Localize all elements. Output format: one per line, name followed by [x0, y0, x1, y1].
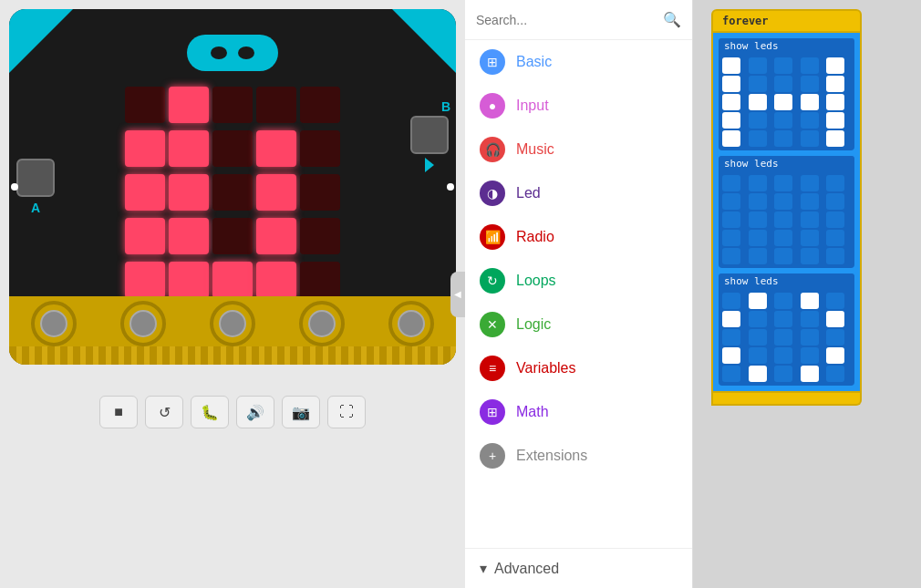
sidebar-item-variables[interactable]: ≡Variables: [465, 346, 692, 390]
mini-cell: [722, 112, 740, 129]
mini-grid-3: [722, 293, 851, 382]
led-block-2: [719, 171, 854, 268]
button-b[interactable]: B: [410, 116, 449, 172]
hw-btn-a[interactable]: [16, 159, 55, 197]
sidebar-item-radio[interactable]: 📶Radio: [465, 215, 692, 259]
sidebar-item-label-music: Music: [516, 141, 554, 158]
mini-cell: [826, 230, 844, 246]
mini-cell: [722, 76, 740, 92]
restart-button[interactable]: ↺: [145, 396, 183, 428]
mini-cell: [722, 293, 740, 309]
microbit-face: [187, 35, 278, 71]
mini-cell: [774, 311, 792, 327]
mini-cell: [749, 366, 767, 382]
hw-btn-b[interactable]: [410, 116, 449, 154]
led-block-3: [719, 289, 854, 386]
mini-cell: [749, 329, 767, 346]
mini-cell: [722, 329, 740, 346]
sidebar-item-math[interactable]: ⊞Math: [465, 390, 692, 434]
mini-cell: [801, 112, 819, 129]
led-cell: [300, 174, 340, 211]
led-cell: [169, 87, 209, 123]
mini-cell: [774, 293, 792, 309]
mini-cell: [826, 57, 844, 74]
mini-cell: [774, 112, 792, 129]
audio-button[interactable]: 🔊: [236, 396, 274, 428]
mini-cell: [801, 347, 819, 364]
sidebar-item-extensions[interactable]: +Extensions: [465, 434, 692, 478]
mini-cell: [774, 76, 792, 92]
mini-cell: [801, 193, 819, 210]
show-leds-block-3[interactable]: show leds: [719, 273, 854, 386]
logic-icon: ✕: [480, 312, 505, 337]
eye-left: [211, 46, 227, 59]
led-cell: [212, 87, 253, 123]
mini-cell: [722, 130, 740, 147]
mini-cell: [826, 311, 844, 327]
sidebar-item-label-led: Led: [516, 185, 541, 201]
mini-cell: [722, 347, 740, 364]
led-cell: [125, 174, 165, 211]
sidebar-item-basic[interactable]: ⊞Basic: [465, 40, 692, 84]
mini-grid-1: [722, 57, 851, 147]
debug-button[interactable]: 🐛: [191, 396, 229, 428]
sidebar-item-logic[interactable]: ✕Logic: [465, 303, 692, 346]
mini-cell: [801, 130, 819, 147]
led-cell: [212, 218, 253, 254]
mini-cell: [774, 94, 792, 110]
pin-inner: [219, 310, 246, 337]
show-leds-block-2[interactable]: show leds: [719, 156, 854, 268]
blocks-panel: forever show leds show leds: [693, 0, 921, 588]
mini-cell: [722, 175, 740, 191]
mini-cell: [801, 94, 819, 110]
led-cell: [169, 130, 209, 167]
simulator-panel: B A 0123VGND ■ ↺ 🐛 🔊 📷 ⛶: [0, 0, 465, 588]
mini-cell: [801, 311, 819, 327]
sidebar-item-loops[interactable]: ↻Loops: [465, 259, 692, 303]
forever-label: forever: [711, 9, 862, 33]
show-leds-block-1[interactable]: show leds: [719, 38, 854, 150]
mini-cell: [774, 248, 792, 264]
pin-inner: [398, 310, 425, 337]
show-leds-label-2: show leds: [719, 156, 854, 171]
mini-cell: [774, 130, 792, 147]
sidebar-item-input[interactable]: ●Input: [465, 84, 692, 128]
led-block-1: [719, 54, 854, 150]
pin-notches: [9, 346, 456, 365]
expand-button[interactable]: ⛶: [327, 396, 366, 428]
mini-cell: [826, 175, 844, 191]
variables-icon: ≡: [480, 356, 505, 381]
mini-cell: [801, 248, 819, 264]
mini-cell: [774, 347, 792, 364]
mini-cell: [722, 94, 740, 110]
show-leds-label-3: show leds: [719, 273, 854, 289]
led-cell: [125, 130, 165, 167]
forever-block[interactable]: forever show leds show leds: [711, 9, 862, 406]
search-input[interactable]: [476, 13, 656, 27]
search-icon: 🔍: [663, 11, 681, 28]
mini-cell: [749, 230, 767, 246]
mini-cell: [826, 112, 844, 129]
mini-cell: [801, 230, 819, 246]
led-cell: [256, 87, 296, 123]
mini-cell: [749, 175, 767, 191]
led-cell: [212, 174, 253, 211]
led-cell: [212, 262, 253, 298]
stop-button[interactable]: ■: [99, 396, 138, 428]
advanced-section[interactable]: ▾ Advanced: [465, 548, 692, 588]
led-cell: [300, 87, 340, 123]
mini-cell: [774, 193, 792, 210]
forever-footer: [711, 393, 862, 406]
collapse-handle[interactable]: ◀: [450, 272, 465, 317]
mini-cell: [826, 347, 844, 364]
screenshot-button[interactable]: 📷: [282, 396, 320, 428]
mini-cell: [774, 230, 792, 246]
music-icon: 🎧: [480, 137, 505, 162]
pin-inner: [40, 310, 67, 337]
sidebar-item-music[interactable]: 🎧Music: [465, 128, 692, 171]
mini-cell: [826, 76, 844, 92]
mini-cell: [826, 329, 844, 346]
category-list: ⊞Basic●Input🎧Music◑Led📶Radio↻Loops✕Logic…: [465, 40, 692, 548]
button-a[interactable]: A: [16, 159, 55, 215]
sidebar-item-led[interactable]: ◑Led: [465, 171, 692, 215]
